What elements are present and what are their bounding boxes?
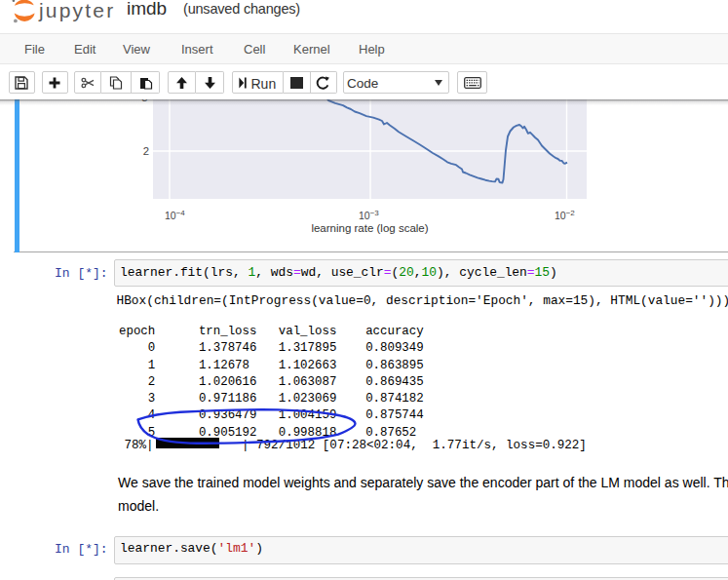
svg-text:10−2: 10−2 — [555, 209, 575, 221]
svg-text:2: 2 — [143, 145, 149, 157]
svg-text:10−4: 10−4 — [165, 209, 185, 221]
svg-text:10−3: 10−3 — [359, 209, 379, 221]
svg-text:learning rate (log scale): learning rate (log scale) — [311, 222, 428, 234]
